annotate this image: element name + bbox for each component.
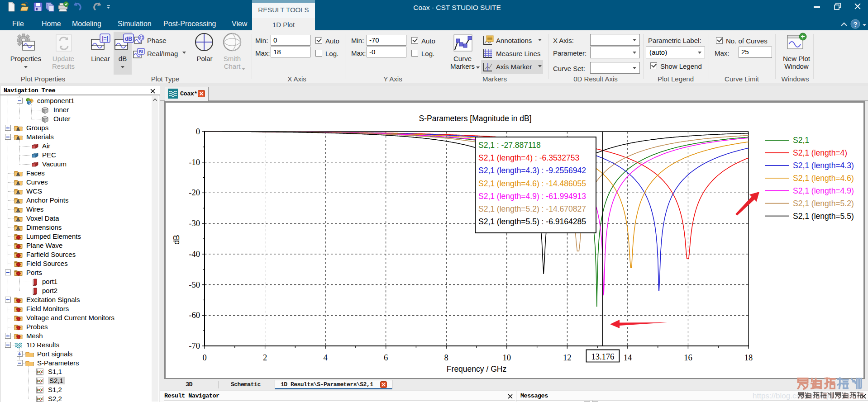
svg-text:dB: dB — [125, 36, 133, 42]
svg-text:13.176: 13.176 — [591, 352, 614, 361]
svg-text:-20: -20 — [189, 188, 200, 197]
svg-text:-10: -10 — [189, 158, 200, 167]
svg-text:|=|: |=| — [102, 35, 108, 42]
svg-text:S2,1 (length=4.9): S2,1 (length=4.9) — [793, 186, 854, 195]
svg-text:S2,1 (length=4.6): S2,1 (length=4.6) — [793, 174, 854, 183]
svg-text:10: 10 — [503, 353, 511, 362]
svg-text:S2,1 (length=4): S2,1 (length=4) — [793, 148, 847, 157]
svg-text:-70: -70 — [189, 341, 200, 350]
svg-text:?: ? — [853, 20, 857, 28]
svg-text:S2,1 (length=5.2): S2,1 (length=5.2) — [793, 199, 854, 208]
svg-text:14: 14 — [624, 353, 632, 362]
svg-text:S2,1 (length=5.5): S2,1 (length=5.5) — [793, 212, 854, 221]
svg-text:6: 6 — [384, 353, 388, 362]
svg-text:RI: RI — [139, 49, 143, 54]
svg-text:4: 4 — [323, 353, 327, 362]
svg-text:16: 16 — [684, 353, 692, 362]
svg-text:-50: -50 — [189, 280, 200, 289]
svg-text:0: 0 — [202, 353, 206, 362]
svg-text:0: 0 — [196, 127, 200, 136]
svg-text:S2,1: S2,1 — [793, 136, 809, 145]
svg-text:S-Parameters [Magnitude in dB]: S-Parameters [Magnitude in dB] — [419, 114, 531, 123]
svg-text:dB: dB — [172, 235, 181, 244]
svg-text:18: 18 — [744, 353, 753, 362]
svg-text:-40: -40 — [189, 250, 200, 259]
svg-text:8: 8 — [444, 353, 448, 362]
svg-text:-30: -30 — [189, 219, 200, 228]
svg-text:12: 12 — [563, 353, 572, 362]
svg-text:-60: -60 — [189, 311, 200, 320]
svg-text:S2,1 (length=4.3): S2,1 (length=4.3) — [793, 161, 854, 170]
svg-text:Frequency / GHz: Frequency / GHz — [447, 364, 506, 374]
svg-text:2: 2 — [263, 353, 267, 362]
